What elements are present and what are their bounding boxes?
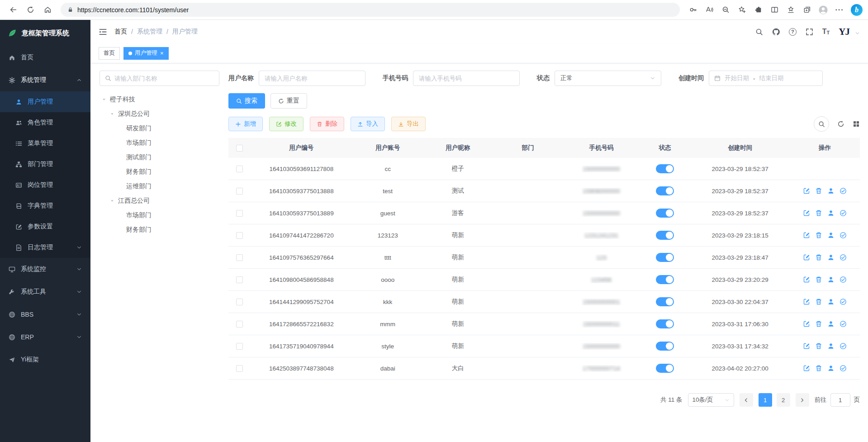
sidebar-item-dict-mgmt[interactable]: 字典管理 xyxy=(0,195,90,216)
zoom-icon[interactable] xyxy=(718,3,733,17)
dept-search-input[interactable] xyxy=(114,75,214,82)
browser-menu-icon[interactable]: ··· xyxy=(832,3,847,17)
font-size-icon[interactable]: TT xyxy=(822,28,830,35)
user-logo[interactable]: YJ xyxy=(839,26,849,38)
read-aloud-icon[interactable] xyxy=(702,3,717,17)
tree-node[interactable]: 市场部门 xyxy=(100,208,219,223)
browser-refresh-icon[interactable] xyxy=(23,3,38,17)
sidebar-item-bbs[interactable]: BBS xyxy=(0,303,90,326)
status-toggle[interactable] xyxy=(656,209,674,218)
breadcrumb-item[interactable]: 系统管理 xyxy=(137,28,162,36)
sidebar-item-system-monitor[interactable]: 系统监控 xyxy=(0,258,90,280)
caret-down-icon[interactable] xyxy=(109,111,116,117)
status-toggle[interactable] xyxy=(656,253,674,262)
tree-node[interactable]: 财务部门 xyxy=(100,223,219,237)
page-size-select[interactable]: 10条/页 xyxy=(688,393,734,407)
delete-button[interactable]: 删除 xyxy=(310,117,344,131)
reset-password-icon[interactable] xyxy=(827,365,835,372)
status-toggle[interactable] xyxy=(656,231,674,240)
password-key-icon[interactable] xyxy=(685,3,701,17)
row-checkbox[interactable] xyxy=(236,210,243,217)
sidebar-item-dept-mgmt[interactable]: 部门管理 xyxy=(0,154,90,175)
caret-down-icon[interactable] xyxy=(101,97,108,102)
assign-role-icon[interactable] xyxy=(840,232,847,239)
assign-role-icon[interactable] xyxy=(840,298,847,305)
sidebar-item-system-tools[interactable]: 系统工具 xyxy=(0,280,90,303)
fullscreen-icon[interactable] xyxy=(806,28,813,36)
sidebar-item-home[interactable]: 首页 xyxy=(0,46,90,69)
browser-home-icon[interactable] xyxy=(40,3,55,17)
assign-role-icon[interactable] xyxy=(840,254,847,261)
sidebar-item-log-mgmt[interactable]: 日志管理 xyxy=(0,237,90,258)
extensions-icon[interactable] xyxy=(750,3,766,17)
status-toggle[interactable] xyxy=(656,342,674,351)
edit-user-icon[interactable] xyxy=(803,342,810,350)
row-checkbox[interactable] xyxy=(236,188,243,195)
browser-back-icon[interactable] xyxy=(5,3,21,17)
status-toggle[interactable] xyxy=(656,275,674,284)
next-page-button[interactable] xyxy=(796,393,809,407)
page-button-2[interactable]: 2 xyxy=(777,393,790,407)
reset-password-icon[interactable] xyxy=(827,187,835,195)
sidebar-item-user-mgmt[interactable]: 用户管理 xyxy=(0,91,90,112)
edit-user-icon[interactable] xyxy=(803,254,810,261)
assign-role-icon[interactable] xyxy=(840,209,847,217)
tree-node[interactable]: 运维部门 xyxy=(100,179,219,194)
app-logo[interactable]: 意框架管理系统 xyxy=(0,20,90,46)
assign-role-icon[interactable] xyxy=(840,320,847,328)
caret-down-icon[interactable] xyxy=(109,198,116,204)
tree-node[interactable]: 江西总公司 xyxy=(100,194,219,208)
address-bar[interactable]: https://ccnetcore.com:1101/system/user xyxy=(61,3,680,17)
tree-node[interactable]: 橙子科技 xyxy=(100,92,219,107)
breadcrumb-item[interactable]: 首页 xyxy=(114,28,127,36)
row-checkbox[interactable] xyxy=(236,276,243,283)
sidebar-item-yi-framework[interactable]: Yi框架 xyxy=(0,348,90,371)
prev-page-button[interactable] xyxy=(740,393,753,407)
row-checkbox[interactable] xyxy=(236,321,243,328)
favorites-add-icon[interactable] xyxy=(734,3,749,17)
sidebar-item-role-mgmt[interactable]: 角色管理 xyxy=(0,112,90,133)
row-checkbox[interactable] xyxy=(236,166,243,172)
row-checkbox[interactable] xyxy=(236,254,243,261)
tab-用户管理[interactable]: 用户管理× xyxy=(123,47,169,60)
delete-user-icon[interactable] xyxy=(815,187,822,195)
add-button[interactable]: 新增 xyxy=(228,117,263,131)
breadcrumb-item[interactable]: 用户管理 xyxy=(172,28,198,36)
edit-user-icon[interactable] xyxy=(803,320,810,328)
goto-page-input[interactable] xyxy=(830,393,850,407)
modify-button[interactable]: 修改 xyxy=(269,117,304,131)
tree-node[interactable]: 测试部门 xyxy=(100,150,219,165)
tree-node[interactable]: 深圳总公司 xyxy=(100,107,219,121)
reset-button[interactable]: 重置 xyxy=(270,93,307,109)
username-input[interactable] xyxy=(259,71,365,86)
row-checkbox[interactable] xyxy=(236,365,243,372)
reset-password-icon[interactable] xyxy=(827,320,835,328)
header-search-icon[interactable] xyxy=(755,28,763,36)
delete-user-icon[interactable] xyxy=(815,232,822,239)
delete-user-icon[interactable] xyxy=(815,320,822,328)
reset-password-icon[interactable] xyxy=(827,232,835,239)
user-menu-caret-icon[interactable] xyxy=(855,31,860,38)
tab-close-icon[interactable]: × xyxy=(160,50,164,56)
help-icon[interactable]: ? xyxy=(789,28,797,36)
phone-input[interactable] xyxy=(413,71,520,86)
status-select[interactable]: 正常 xyxy=(555,71,661,86)
profile-avatar[interactable] xyxy=(816,3,831,17)
search-button[interactable]: 搜索 xyxy=(228,93,265,109)
refresh-table-icon[interactable] xyxy=(837,120,844,128)
tab-首页[interactable]: 首页 xyxy=(99,47,120,60)
tree-node[interactable]: 财务部门 xyxy=(100,165,219,179)
sidebar-item-erp[interactable]: ERP xyxy=(0,326,90,348)
row-checkbox[interactable] xyxy=(236,299,243,305)
delete-user-icon[interactable] xyxy=(815,342,822,350)
page-button-1[interactable]: 1 xyxy=(759,393,772,407)
bing-copilot-icon[interactable]: b xyxy=(851,4,863,16)
row-checkbox[interactable] xyxy=(236,343,243,350)
split-screen-icon[interactable] xyxy=(767,3,782,17)
reset-password-icon[interactable] xyxy=(827,298,835,305)
sidebar-item-system-mgmt[interactable]: 系统管理 xyxy=(0,69,90,91)
export-button[interactable]: 导出 xyxy=(391,117,426,131)
status-toggle[interactable] xyxy=(656,186,674,195)
edit-user-icon[interactable] xyxy=(803,276,810,283)
delete-user-icon[interactable] xyxy=(815,254,822,261)
